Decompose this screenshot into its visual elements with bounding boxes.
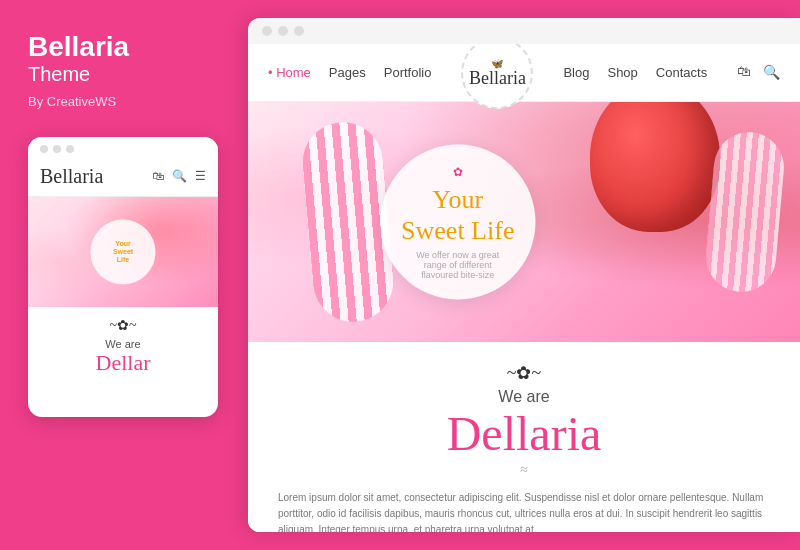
mobile-hero-text-box: YourSweetLife: [91, 219, 156, 284]
content-swirl-top: ~✿~: [278, 362, 770, 384]
mobile-hero-text: YourSweetLife: [113, 239, 133, 264]
bag-icon[interactable]: 🛍: [737, 64, 751, 81]
hero-circle-icon: ✿: [453, 164, 463, 179]
desktop-hero: ✿ YourSweet Life We offer now a great ra…: [248, 102, 800, 342]
desktop-mockup: Home Pages Portfolio 🦋 Bellaria Blog Sho…: [248, 18, 800, 532]
mobile-dot-2: [53, 145, 61, 153]
nav-logo-area: 🦋 Bellaria: [451, 44, 543, 109]
mobile-dellaria: Dellar: [40, 350, 206, 376]
desktop-nav: Home Pages Portfolio 🦋 Bellaria Blog Sho…: [248, 44, 800, 102]
hero-text-circle: ✿ YourSweet Life We offer now a great ra…: [380, 145, 535, 300]
mobile-nav: Bellaria 🛍 🔍 ☰: [28, 161, 218, 197]
mobile-swirl: ~✿~: [40, 317, 206, 334]
desktop-content: ~✿~ We are Dellaria ≈ Lorem ipsum dolor …: [248, 342, 800, 532]
candy-big-red: [590, 102, 720, 232]
content-we-are: We are: [278, 388, 770, 406]
nav-right-icons: 🛍 🔍: [737, 64, 780, 81]
nav-blog[interactable]: Blog: [563, 65, 589, 80]
theme-subtitle: Theme: [28, 63, 220, 86]
hero-circle-sub: We offer now a great range of different …: [408, 250, 508, 280]
mobile-content: ~✿~ We are Dellar: [28, 307, 218, 386]
hero-circle-main: YourSweet Life: [401, 183, 514, 245]
nav-home[interactable]: Home: [268, 65, 311, 80]
nav-pages[interactable]: Pages: [329, 65, 366, 80]
nav-portfolio[interactable]: Portfolio: [384, 65, 432, 80]
desktop-dot-1: [262, 26, 272, 36]
desktop-dot-3: [294, 26, 304, 36]
desktop-title-bar: [248, 18, 800, 44]
mobile-search-icon: 🔍: [172, 169, 187, 184]
mobile-hero: YourSweetLife: [28, 197, 218, 307]
mobile-mockup: Bellaria 🛍 🔍 ☰ YourSweetLife ~✿~ We are …: [28, 137, 218, 417]
mobile-icons: 🛍 🔍 ☰: [152, 169, 206, 184]
left-panel: Bellaria Theme By CreativeWS Bellaria 🛍 …: [0, 0, 248, 550]
nav-logo: Bellaria: [469, 69, 526, 87]
theme-title: Bellaria: [28, 32, 220, 63]
content-squiggle: ≈: [278, 462, 770, 478]
content-body-text: Lorem ipsum dolor sit amet, consectetur …: [278, 490, 770, 532]
desktop-browser: Home Pages Portfolio 🦋 Bellaria Blog Sho…: [248, 44, 800, 532]
mobile-logo: Bellaria: [40, 165, 103, 188]
mobile-dot-1: [40, 145, 48, 153]
mobile-we-are: We are: [40, 338, 206, 350]
content-dellaria: Dellaria: [278, 410, 770, 458]
nav-logo-circle: 🦋 Bellaria: [461, 44, 533, 109]
nav-links-right: Blog Shop Contacts: [563, 65, 707, 80]
theme-by: By CreativeWS: [28, 94, 220, 109]
nav-contacts[interactable]: Contacts: [656, 65, 707, 80]
mobile-bag-icon: 🛍: [152, 169, 164, 184]
mobile-dot-3: [66, 145, 74, 153]
search-icon[interactable]: 🔍: [763, 64, 780, 81]
mobile-title-bar: [28, 137, 218, 161]
desktop-dot-2: [278, 26, 288, 36]
nav-links-left: Home Pages Portfolio: [268, 65, 431, 80]
nav-shop[interactable]: Shop: [607, 65, 637, 80]
mobile-menu-icon: ☰: [195, 169, 206, 184]
